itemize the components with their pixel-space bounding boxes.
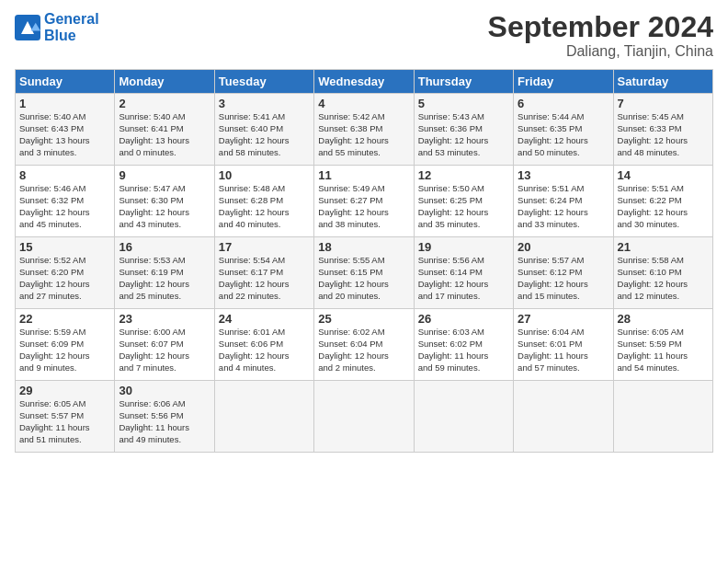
day-number: 23 (119, 312, 210, 326)
calendar-cell: 9Sunrise: 5:47 AM Sunset: 6:30 PM Daylig… (115, 166, 214, 237)
day-info: Sunrise: 5:42 AM Sunset: 6:38 PM Dayligh… (318, 111, 409, 158)
calendar-cell: 11Sunrise: 5:49 AM Sunset: 6:27 PM Dayli… (314, 166, 414, 237)
logo: General Blue (15, 11, 99, 43)
calendar-week-5: 29Sunrise: 6:05 AM Sunset: 5:57 PM Dayli… (16, 381, 713, 453)
day-number: 28 (618, 312, 709, 326)
day-info: Sunrise: 5:43 AM Sunset: 6:36 PM Dayligh… (418, 111, 509, 158)
weekday-header-sunday: Sunday (16, 70, 115, 94)
day-info: Sunrise: 5:47 AM Sunset: 6:30 PM Dayligh… (119, 183, 210, 230)
day-info: Sunrise: 5:51 AM Sunset: 6:22 PM Dayligh… (618, 183, 709, 230)
day-info: Sunrise: 5:55 AM Sunset: 6:15 PM Dayligh… (318, 255, 409, 302)
day-info: Sunrise: 6:02 AM Sunset: 6:04 PM Dayligh… (318, 327, 409, 373)
page-container: General Blue September 2024 Daliang, Tia… (0, 0, 728, 460)
day-number: 6 (518, 97, 609, 110)
title-block: September 2024 Daliang, Tianjin, China (488, 11, 713, 60)
calendar-week-2: 8Sunrise: 5:46 AM Sunset: 6:32 PM Daylig… (16, 166, 713, 237)
calendar-cell: 27Sunrise: 6:04 AM Sunset: 6:01 PM Dayli… (514, 309, 613, 381)
calendar-cell: 3Sunrise: 5:41 AM Sunset: 6:40 PM Daylig… (214, 94, 313, 166)
calendar-cell: 14Sunrise: 5:51 AM Sunset: 6:22 PM Dayli… (613, 166, 712, 237)
day-number: 30 (119, 384, 210, 397)
day-info: Sunrise: 5:50 AM Sunset: 6:25 PM Dayligh… (418, 183, 509, 230)
day-info: Sunrise: 5:49 AM Sunset: 6:27 PM Dayligh… (318, 183, 409, 230)
day-number: 20 (518, 240, 609, 254)
calendar-cell: 20Sunrise: 5:57 AM Sunset: 6:12 PM Dayli… (514, 237, 613, 309)
calendar-cell: 30Sunrise: 6:06 AM Sunset: 5:56 PM Dayli… (115, 381, 214, 453)
calendar-cell: 29Sunrise: 6:05 AM Sunset: 5:57 PM Dayli… (16, 381, 115, 453)
day-number: 13 (518, 168, 609, 182)
calendar-week-4: 22Sunrise: 5:59 AM Sunset: 6:09 PM Dayli… (16, 309, 713, 381)
logo-text: General Blue (44, 11, 99, 43)
day-info: Sunrise: 5:40 AM Sunset: 6:43 PM Dayligh… (19, 111, 110, 158)
day-number: 2 (119, 97, 210, 110)
day-info: Sunrise: 5:54 AM Sunset: 6:17 PM Dayligh… (219, 255, 310, 302)
day-info: Sunrise: 6:06 AM Sunset: 5:56 PM Dayligh… (119, 398, 210, 445)
day-number: 11 (318, 168, 409, 182)
calendar-cell: 24Sunrise: 6:01 AM Sunset: 6:06 PM Dayli… (214, 309, 313, 381)
day-number: 14 (618, 168, 709, 182)
calendar-cell: 13Sunrise: 5:51 AM Sunset: 6:24 PM Dayli… (514, 166, 613, 237)
day-number: 17 (219, 240, 310, 254)
day-info: Sunrise: 6:00 AM Sunset: 6:07 PM Dayligh… (119, 327, 210, 373)
day-number: 15 (19, 240, 110, 254)
calendar-cell: 12Sunrise: 5:50 AM Sunset: 6:25 PM Dayli… (414, 166, 513, 237)
calendar-cell: 28Sunrise: 6:05 AM Sunset: 5:59 PM Dayli… (613, 309, 712, 381)
day-info: Sunrise: 5:57 AM Sunset: 6:12 PM Dayligh… (518, 255, 609, 302)
weekday-header-wednesday: Wednesday (314, 70, 414, 94)
day-number: 22 (19, 312, 110, 326)
day-number: 4 (318, 97, 409, 110)
calendar-cell: 25Sunrise: 6:02 AM Sunset: 6:04 PM Dayli… (314, 309, 414, 381)
calendar-cell: 7Sunrise: 5:45 AM Sunset: 6:33 PM Daylig… (613, 94, 712, 166)
header: General Blue September 2024 Daliang, Tia… (15, 11, 713, 60)
calendar-cell (214, 381, 313, 453)
day-info: Sunrise: 5:52 AM Sunset: 6:20 PM Dayligh… (19, 255, 110, 302)
day-number: 19 (418, 240, 509, 254)
calendar-cell: 16Sunrise: 5:53 AM Sunset: 6:19 PM Dayli… (115, 237, 214, 309)
calendar-cell: 8Sunrise: 5:46 AM Sunset: 6:32 PM Daylig… (16, 166, 115, 237)
weekday-header-thursday: Thursday (414, 70, 513, 94)
day-number: 26 (418, 312, 509, 326)
calendar-cell: 5Sunrise: 5:43 AM Sunset: 6:36 PM Daylig… (414, 94, 513, 166)
location: Daliang, Tianjin, China (488, 43, 713, 60)
day-number: 10 (219, 168, 310, 182)
calendar-cell: 21Sunrise: 5:58 AM Sunset: 6:10 PM Dayli… (613, 237, 712, 309)
weekday-header-monday: Monday (115, 70, 214, 94)
day-number: 25 (318, 312, 409, 326)
logo-icon (15, 15, 40, 40)
calendar-cell: 1Sunrise: 5:40 AM Sunset: 6:43 PM Daylig… (16, 94, 115, 166)
day-info: Sunrise: 5:40 AM Sunset: 6:41 PM Dayligh… (119, 111, 210, 158)
day-number: 5 (418, 97, 509, 110)
weekday-header-friday: Friday (514, 70, 613, 94)
day-info: Sunrise: 6:03 AM Sunset: 6:02 PM Dayligh… (418, 327, 509, 373)
calendar-cell: 18Sunrise: 5:55 AM Sunset: 6:15 PM Dayli… (314, 237, 414, 309)
calendar-cell: 6Sunrise: 5:44 AM Sunset: 6:35 PM Daylig… (514, 94, 613, 166)
weekday-header-saturday: Saturday (613, 70, 712, 94)
day-info: Sunrise: 5:48 AM Sunset: 6:28 PM Dayligh… (219, 183, 310, 230)
day-info: Sunrise: 5:53 AM Sunset: 6:19 PM Dayligh… (119, 255, 210, 302)
day-number: 8 (19, 168, 110, 182)
calendar-cell: 19Sunrise: 5:56 AM Sunset: 6:14 PM Dayli… (414, 237, 513, 309)
calendar-cell: 15Sunrise: 5:52 AM Sunset: 6:20 PM Dayli… (16, 237, 115, 309)
calendar-table: SundayMondayTuesdayWednesdayThursdayFrid… (15, 69, 713, 453)
calendar-cell: 10Sunrise: 5:48 AM Sunset: 6:28 PM Dayli… (214, 166, 313, 237)
calendar-week-3: 15Sunrise: 5:52 AM Sunset: 6:20 PM Dayli… (16, 237, 713, 309)
day-info: Sunrise: 5:46 AM Sunset: 6:32 PM Dayligh… (19, 183, 110, 230)
calendar-cell: 23Sunrise: 6:00 AM Sunset: 6:07 PM Dayli… (115, 309, 214, 381)
calendar-cell (613, 381, 712, 453)
day-number: 24 (219, 312, 310, 326)
day-info: Sunrise: 5:41 AM Sunset: 6:40 PM Dayligh… (219, 111, 310, 158)
day-number: 9 (119, 168, 210, 182)
calendar-cell (414, 381, 513, 453)
day-info: Sunrise: 5:45 AM Sunset: 6:33 PM Dayligh… (618, 111, 709, 158)
day-number: 12 (418, 168, 509, 182)
day-info: Sunrise: 6:05 AM Sunset: 5:57 PM Dayligh… (19, 398, 110, 445)
day-number: 7 (618, 97, 709, 110)
day-number: 1 (19, 97, 110, 110)
day-info: Sunrise: 5:44 AM Sunset: 6:35 PM Dayligh… (518, 111, 609, 158)
calendar-cell (514, 381, 613, 453)
month-year: September 2024 (488, 11, 713, 43)
day-info: Sunrise: 6:01 AM Sunset: 6:06 PM Dayligh… (219, 327, 310, 373)
day-number: 29 (19, 384, 110, 397)
day-number: 27 (518, 312, 609, 326)
calendar-cell: 17Sunrise: 5:54 AM Sunset: 6:17 PM Dayli… (214, 237, 313, 309)
day-number: 16 (119, 240, 210, 254)
